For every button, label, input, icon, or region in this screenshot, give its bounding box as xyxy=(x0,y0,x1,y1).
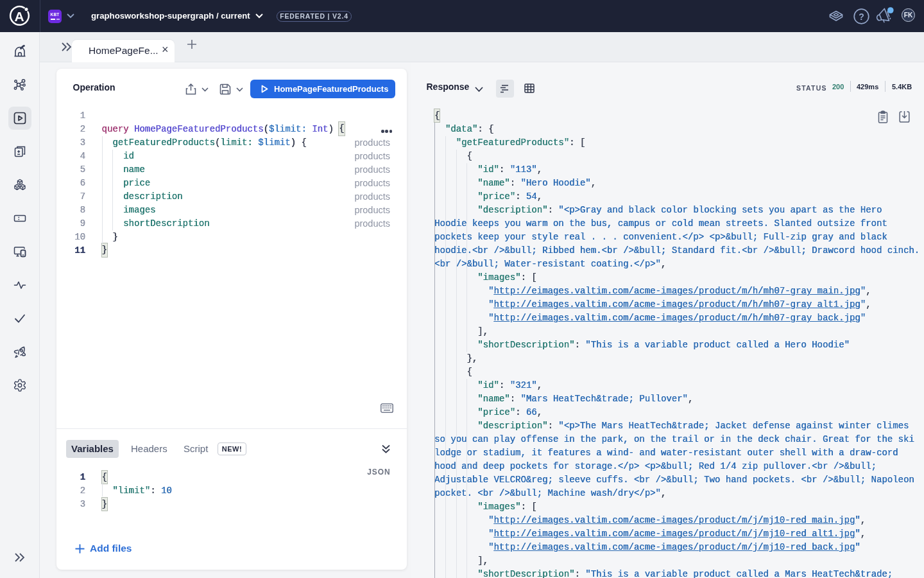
svg-text:A: A xyxy=(14,9,24,24)
svg-text:?: ? xyxy=(859,12,864,22)
